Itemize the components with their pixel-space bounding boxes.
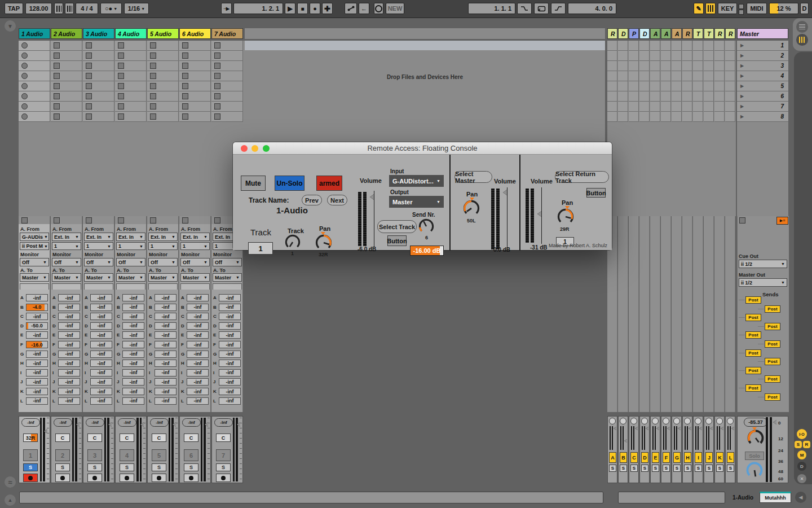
return-clip-slot[interactable] [629,112,639,122]
return-clip-slot[interactable] [661,51,671,61]
clip-slot[interactable] [147,51,179,61]
mute-button[interactable]: Mute [241,176,266,191]
return-solo-button[interactable]: S [609,465,616,472]
track-stop-button[interactable] [214,217,220,224]
return-activator-button[interactable]: L [727,452,734,463]
return-clip-slot[interactable] [629,41,639,51]
return-pan-knob[interactable] [557,208,574,225]
clip-stop-icon[interactable] [214,73,220,79]
clip-stop-icon[interactable] [21,83,28,89]
return-clip-slot[interactable] [629,81,639,91]
track-activator-button[interactable]: 6 [184,449,198,461]
return-track-header[interactable]: T [704,28,714,39]
return-clip-slot[interactable] [725,81,735,91]
send-db-field[interactable]: -16.00 dB [410,246,444,256]
clip-stop-icon[interactable] [118,73,124,79]
input-type-select[interactable]: G-AUDis▼ [20,233,49,241]
return-clip-slot[interactable] [661,81,671,91]
clip-stop-icon[interactable] [86,52,92,59]
return-clip-slot[interactable] [618,91,628,102]
return-clip-slot[interactable] [714,91,725,102]
send-amount-field[interactable]: -inf [219,313,241,320]
clip-stop-icon[interactable] [86,63,92,69]
return-clip-slot[interactable] [618,71,628,81]
return-clip-slot[interactable] [629,71,639,81]
clip-slot[interactable] [19,102,50,112]
send-amount-field[interactable]: -inf [219,341,241,348]
clip-stop-icon[interactable] [86,73,92,79]
track-fader-handle[interactable] [76,422,80,427]
track-activator-button[interactable]: 5 [152,449,166,461]
nudge-down-button[interactable] [54,3,63,14]
return-clip-slot[interactable] [639,51,650,61]
scene-launch-icon[interactable]: ▶ [740,63,744,68]
return-solo-button[interactable]: S [684,465,691,472]
monitor-select[interactable]: Off▼ [20,258,49,266]
return-clip-slot[interactable] [639,61,650,71]
return-clip-slot[interactable] [607,81,617,91]
track-header[interactable]: 5 Audio [147,28,179,39]
output-type-select[interactable]: Master▼ [116,273,145,282]
clip-slot[interactable] [19,51,50,61]
return-track-header[interactable]: P [629,28,639,39]
return-activator-button[interactable]: C [630,452,638,463]
return-clip-slot[interactable] [693,61,703,71]
return-clip-slot[interactable] [672,112,682,122]
send-amount-field[interactable]: -inf [219,304,241,311]
send-amount-field[interactable]: -inf [187,351,209,358]
return-clip-slot[interactable] [629,61,639,71]
midi-map-button[interactable]: MIDI [747,3,767,14]
clip-slot[interactable] [51,91,82,102]
clip-slot[interactable] [115,71,147,81]
return-clip-slot[interactable] [607,112,617,122]
return-pan-knob[interactable] [673,418,680,424]
show-returns-section-button[interactable]: R [803,441,810,448]
clip-stop-icon[interactable] [86,113,92,120]
pre-post-toggle[interactable]: Post [745,367,761,374]
return-solo-button[interactable]: S [630,465,638,472]
clip-stop-icon[interactable] [118,113,124,120]
return-solo-button[interactable]: S [663,465,670,472]
clip-slot[interactable] [83,91,114,102]
return-pan-knob[interactable] [652,418,659,424]
send-amount-field[interactable]: -inf [155,322,176,330]
preview-cue-knob[interactable] [746,462,763,479]
track-activator-button[interactable]: 1 [23,449,38,461]
return-activator-button[interactable]: K [716,452,723,463]
return-clip-slot[interactable] [725,41,735,51]
return-clip-slot[interactable] [682,81,692,91]
clip-slot[interactable] [115,102,147,112]
send-amount-field[interactable]: -inf [90,378,112,386]
clip-slot[interactable] [147,41,179,51]
return-clip-slot[interactable] [693,81,703,91]
scene-launch-icon[interactable]: ▶ [740,43,744,48]
clip-slot[interactable] [19,91,50,102]
return-clip-slot[interactable] [650,71,660,81]
input-type-select[interactable]: Ext. In▼ [148,233,178,241]
master-fader-track[interactable] [507,187,508,251]
send-amount-field[interactable]: -inf [26,313,48,320]
return-activator-button[interactable]: G [673,452,681,463]
send-amount-field[interactable]: -inf [187,304,209,311]
return-clip-slot[interactable] [672,91,682,102]
return-solo-button[interactable]: S [620,465,627,472]
send-amount-field[interactable]: -inf [58,294,80,301]
return-clip-slot[interactable] [607,71,617,81]
return-clip-slot[interactable] [714,112,725,122]
return-clip-slot[interactable] [714,51,725,61]
scene-launch-icon[interactable]: ▶ [740,53,744,58]
return-clip-slot[interactable] [661,91,671,102]
scene-launch-icon[interactable]: ▶ [740,73,744,78]
scene-row[interactable]: ▶2 [737,51,788,61]
scene-row[interactable]: ▶6 [737,91,788,102]
clip-stop-icon[interactable] [21,52,28,59]
return-track-header[interactable]: A [650,28,660,39]
scene-launch-icon[interactable]: ▶ [740,104,744,109]
send-amount-field[interactable]: -inf [90,294,112,301]
track-solo-button[interactable]: S [216,463,231,471]
return-clip-slot[interactable] [618,41,628,51]
clip-slot[interactable] [211,51,243,61]
send-amount-field[interactable]: -inf [58,351,80,358]
master-solo-button[interactable]: Solo [745,452,764,460]
clip-stop-icon[interactable] [182,63,188,69]
